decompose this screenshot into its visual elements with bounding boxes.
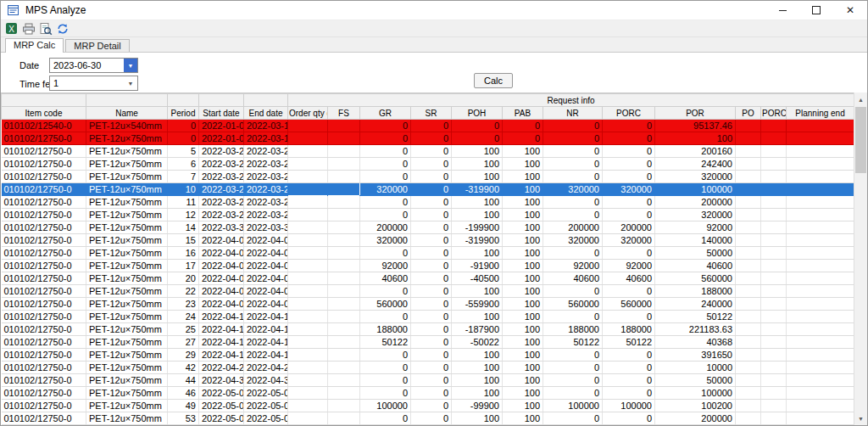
cell-porc[interactable]: 0 [603,362,655,374]
cell-por[interactable]: 40600 [655,260,736,272]
cell-porc[interactable]: 0 [603,285,655,298]
cell-order_qty[interactable] [288,298,328,311]
cell-por[interactable]: 240000 [655,298,736,311]
cell-start[interactable]: 2022-03-27 [199,183,244,196]
cell-gr[interactable]: 0 [360,120,411,132]
cell-fs[interactable] [328,298,360,311]
cell-porc[interactable]: 188000 [603,323,655,336]
cell-porc2[interactable] [761,260,787,272]
cell-nr[interactable]: 0 [543,285,603,298]
cell-gr[interactable]: 0 [360,285,411,298]
table-row[interactable]: 010102/12750-0PET-12u×750mm172022-04-032… [2,260,854,272]
cell-order_qty[interactable] [288,336,328,349]
cell-poh[interactable]: 100 [452,196,503,209]
cell-fs[interactable] [328,260,360,272]
cell-gr[interactable]: 0 [360,247,411,260]
cell-start[interactable]: 2022-04-03 [199,260,244,272]
cell-plan[interactable] [787,272,854,285]
cell-nr[interactable]: 0 [543,425,603,426]
cell-start[interactable]: 2022-03-31 [199,221,244,234]
cell-period[interactable]: 23 [168,298,199,311]
cell-plan[interactable] [787,311,854,323]
cell-end[interactable]: 2022-03-28 [244,196,288,209]
cell-name[interactable]: PET-12u×750mm [86,145,168,158]
column-header-po[interactable]: PO [736,107,761,120]
cell-order_qty[interactable] [288,171,328,183]
column-header-planning-end[interactable]: Planning end [787,107,854,120]
table-row[interactable]: 010102/12750-0PET-12u×750mm202022-04-062… [2,272,854,285]
cell-porc[interactable]: 0 [603,120,655,132]
cell-end[interactable]: 2022-04-01 [244,234,288,247]
cell-porc[interactable]: 200000 [603,221,655,234]
table-row[interactable]: 010102/12750-0PET-12u×750mm222022-04-082… [2,285,854,298]
cell-po[interactable] [736,132,761,145]
cell-porc2[interactable] [761,145,787,158]
cell-start[interactable]: 2022-04-09 [199,298,244,311]
cell-pab[interactable]: 0 [503,132,543,145]
cell-start[interactable]: 2022-03-24 [199,171,244,183]
cell-poh[interactable]: -559900 [452,298,503,311]
cell-po[interactable] [736,272,761,285]
cell-name[interactable]: PET-12u×750mm [86,196,168,209]
cell-pab[interactable]: 100 [503,349,543,362]
cell-order_qty[interactable] [288,272,328,285]
cell-period[interactable]: 16 [168,247,199,260]
cell-order_qty[interactable] [288,120,328,132]
cell-start[interactable]: 2022-04-28 [199,362,244,374]
cell-start[interactable]: 2022-04-15 [199,349,244,362]
scroll-up-button[interactable]: ▲ [854,92,867,106]
cell-poh[interactable]: -91900 [452,260,503,272]
cell-order_qty[interactable] [288,400,328,412]
cell-gr[interactable]: 92000 [360,260,411,272]
cell-po[interactable] [736,387,761,400]
cell-por[interactable]: 560000 [655,272,736,285]
cell-porc2[interactable] [761,349,787,362]
cell-fs[interactable] [328,400,360,412]
cell-code[interactable]: 010102/12750-0 [2,132,86,145]
cell-period[interactable]: 0 [168,120,199,132]
table-row[interactable]: 010102/12750-0PET-12u×750mm532022-05-092… [2,412,854,425]
cell-po[interactable] [736,400,761,412]
cell-po[interactable] [736,285,761,298]
cell-code[interactable]: 010102/12750-0 [2,374,86,387]
cell-period[interactable]: 55 [168,425,199,426]
cell-poh[interactable]: 0 [452,132,503,145]
cell-name[interactable]: PET-12u×750mm [86,412,168,425]
cell-name[interactable]: PET-12u×540mm [86,120,168,132]
cell-start[interactable]: 2022-05-02 [199,387,244,400]
cell-porc2[interactable] [761,209,787,221]
cell-name[interactable]: PET-12u×750mm [86,260,168,272]
table-row[interactable]: 010102/12750-0PET-12u×750mm242022-04-102… [2,311,854,323]
cell-name[interactable]: PET-12u×750mm [86,272,168,285]
cell-name[interactable]: PET-12u×750mm [86,285,168,298]
cell-porc[interactable]: 40600 [603,272,655,285]
cell-poh[interactable]: 100 [452,311,503,323]
cell-por[interactable]: 50000 [655,374,736,387]
cell-nr[interactable]: 0 [543,196,603,209]
cell-name[interactable]: PET-12u×750mm [86,221,168,234]
table-row[interactable]: 010102/12750-0PET-12u×750mm252022-04-112… [2,323,854,336]
cell-order_qty[interactable] [288,247,328,260]
print-icon[interactable] [22,22,36,36]
cell-period[interactable]: 20 [168,272,199,285]
column-header-start-date[interactable]: Start date [199,107,244,120]
cell-nr[interactable]: 0 [543,145,603,158]
cell-por[interactable]: 200000 [655,412,736,425]
cell-name[interactable]: PET-12u×750mm [86,349,168,362]
cell-end[interactable]: 2022-04-30 [244,374,288,387]
cell-plan[interactable] [787,260,854,272]
cell-start[interactable]: 2022-05-09 [199,412,244,425]
cell-po[interactable] [736,336,761,349]
cell-start[interactable]: 2022-04-11 [199,323,244,336]
cell-order_qty[interactable] [288,374,328,387]
cell-plan[interactable] [787,247,854,260]
cell-poh[interactable]: 100 [452,247,503,260]
cell-porc2[interactable] [761,412,787,425]
cell-plan[interactable] [787,183,854,196]
time-fence-select[interactable]: 1 ▼ [49,76,138,91]
cell-order_qty[interactable] [288,183,328,196]
cell-sr[interactable]: 0 [411,336,452,349]
maximize-button[interactable] [799,1,833,20]
cell-end[interactable]: 2022-04-09 [244,298,288,311]
cell-sr[interactable]: 0 [411,132,452,145]
